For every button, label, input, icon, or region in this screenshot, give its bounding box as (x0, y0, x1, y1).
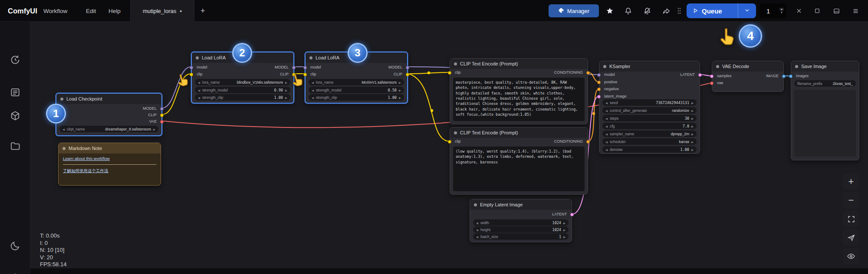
bottom-scrollbar-track[interactable] (0, 268, 868, 274)
node-title-bar[interactable]: VAE Decode (712, 61, 783, 72)
workflow-help-link-zh[interactable]: 了解如何使用这个工作流 (63, 168, 156, 174)
eye-icon[interactable] (843, 248, 859, 264)
next-value-icon[interactable] (691, 140, 694, 144)
ckpt-name-widget[interactable]: ckpt_name dreamshaper_8.safetensors (59, 126, 158, 132)
scheduler-widget[interactable]: scheduler karras (602, 138, 697, 145)
node-title-bar[interactable]: Markdown Note (59, 143, 161, 153)
collapse-dot[interactable] (60, 98, 63, 101)
next-value-icon[interactable] (153, 127, 155, 131)
bell-off-icon[interactable] (640, 0, 654, 22)
node-title-bar[interactable]: Load Checkpoint (56, 94, 161, 104)
strength-model-widget[interactable]: strength_model 0.50 (309, 87, 404, 93)
decrement-icon[interactable] (605, 124, 608, 128)
collapse-dot[interactable] (795, 65, 798, 68)
node-title-bar[interactable]: CLIP Text Encode (Prompt) (450, 59, 588, 69)
gear-icon[interactable] (7, 269, 24, 274)
model-output-port[interactable] (406, 66, 409, 69)
denoise-widget[interactable]: denoise 1.00 (602, 146, 697, 153)
node-save-image[interactable]: Save Image images filename_prefix 2loras… (791, 61, 859, 160)
filename-prefix-widget[interactable]: filename_prefix 2loras_test_ (794, 80, 856, 87)
control-after-generate-widget[interactable]: control_after_generate randomize (602, 107, 697, 114)
vae-output-port[interactable] (160, 120, 164, 124)
clip-input-port[interactable] (448, 140, 451, 144)
zoom-in-icon[interactable]: + (843, 173, 859, 190)
next-value-icon[interactable] (691, 108, 694, 113)
queue-list-icon[interactable] (7, 84, 24, 101)
image-output-port[interactable] (782, 75, 786, 78)
decrement-icon[interactable] (312, 88, 314, 92)
lora-name-widget[interactable]: lora_name blindbox_V1Mix.safetensors (195, 79, 290, 85)
next-value-icon[interactable] (691, 132, 694, 136)
node-load-checkpoint[interactable]: Load Checkpoint MODEL CLIP VAE ckpt_name… (56, 93, 162, 136)
node-markdown-note[interactable]: Markdown Note Learn about this workflow … (58, 143, 161, 186)
decrement-count-icon[interactable] (779, 11, 784, 14)
clip-output-port[interactable] (406, 73, 409, 76)
new-tab-button[interactable]: + (201, 0, 205, 22)
bell-icon[interactable] (621, 0, 635, 22)
prompt-textarea[interactable]: masterpiece, best quality, ultra-detaile… (453, 78, 585, 121)
increment-icon[interactable] (563, 221, 566, 225)
seed-widget[interactable]: seed 736724629443131 (602, 99, 697, 106)
prev-value-icon[interactable] (605, 132, 608, 136)
increment-icon[interactable] (563, 228, 566, 232)
increment-icon[interactable] (399, 95, 401, 100)
node-empty-latent-image[interactable]: Empty Latent Image LATENT width 1024 hei… (470, 199, 572, 242)
strength-model-widget[interactable]: strength_model 0.90 (195, 87, 290, 93)
batch-count-arrows[interactable] (779, 8, 784, 14)
node-clip-text-encode-negative[interactable]: CLIP Text Encode (Prompt) clip CONDITION… (450, 127, 588, 195)
prompt-textarea[interactable]: (low quality, worst quality:1.4), (blurr… (453, 147, 585, 191)
positive-input-port[interactable] (597, 81, 601, 84)
manager-button[interactable]: Manager (549, 4, 599, 17)
increment-icon[interactable] (285, 88, 287, 92)
conditioning-output-port[interactable] (586, 71, 590, 75)
model-input-port[interactable] (190, 66, 193, 69)
decrement-icon[interactable] (605, 147, 608, 152)
decrement-icon[interactable] (476, 228, 478, 232)
increment-icon[interactable] (691, 116, 694, 121)
latent-image-input-port[interactable] (597, 95, 601, 98)
latent-output-port[interactable] (698, 73, 702, 77)
node-title-bar[interactable]: KSampler (599, 61, 700, 72)
decrement-icon[interactable] (476, 235, 478, 239)
workflow-tab[interactable]: mutiple_loras ● (130, 0, 194, 22)
cfg-widget[interactable]: cfg 7.0 (602, 123, 697, 129)
menu-help[interactable]: Help (108, 0, 121, 22)
latent-output-port[interactable] (570, 213, 574, 216)
stop-icon[interactable] (810, 0, 825, 22)
node-clip-text-encode-positive[interactable]: CLIP Text Encode (Prompt) clip CONDITION… (450, 58, 588, 124)
zoom-out-icon[interactable]: − (843, 192, 859, 209)
prev-value-icon[interactable] (62, 127, 65, 131)
increment-icon[interactable] (691, 124, 694, 128)
increment-icon[interactable] (563, 235, 566, 239)
conditioning-output-port[interactable] (586, 140, 590, 144)
collapse-dot[interactable] (716, 65, 719, 68)
clip-output-port[interactable] (160, 114, 164, 117)
model-input-port[interactable] (597, 73, 601, 77)
prev-value-icon[interactable] (605, 140, 608, 144)
pointer-send-icon[interactable] (843, 229, 859, 246)
node-title-bar[interactable]: CLIP Text Encode (Prompt) (450, 127, 588, 138)
collapse-dot[interactable] (474, 203, 477, 206)
clip-input-port[interactable] (190, 73, 193, 76)
increment-icon[interactable] (691, 147, 694, 152)
prev-value-icon[interactable] (312, 80, 314, 85)
clip-input-port[interactable] (303, 73, 307, 76)
share-icon[interactable] (659, 0, 674, 22)
decrement-icon[interactable] (312, 95, 314, 100)
clip-input-port[interactable] (448, 71, 451, 75)
menu-icon[interactable] (848, 0, 863, 22)
strength-clip-widget[interactable]: strength_clip 1.00 (195, 94, 290, 101)
increment-icon[interactable] (285, 95, 287, 100)
menu-workflow[interactable]: Workflow (43, 0, 67, 22)
steps-widget[interactable]: steps 30 (602, 115, 697, 121)
menu-edit[interactable]: Edit (86, 0, 96, 22)
close-icon[interactable] (792, 0, 806, 22)
negative-input-port[interactable] (597, 88, 601, 91)
history-icon[interactable] (7, 51, 24, 68)
model-library-icon[interactable] (7, 107, 24, 124)
decrement-icon[interactable] (476, 221, 478, 225)
images-input-port[interactable] (789, 75, 792, 78)
increment-icon[interactable] (691, 101, 694, 105)
drag-handle-icon[interactable] (674, 0, 685, 22)
samples-input-port[interactable] (710, 75, 713, 78)
